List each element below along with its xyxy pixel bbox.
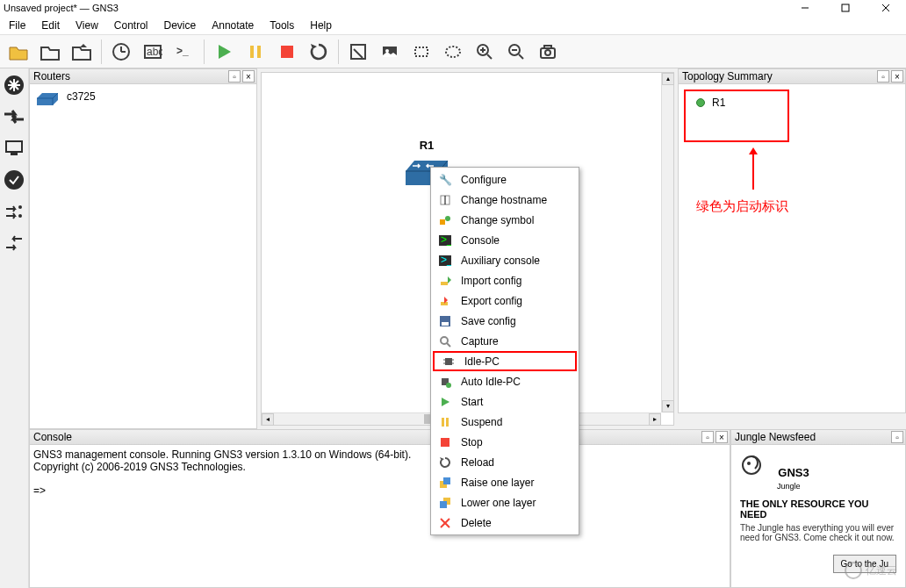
pause-icon: [438, 415, 452, 429]
canvas-vertical-scrollbar[interactable]: ▴ ▾: [661, 73, 673, 412]
menubar: File Edit View Control Device Annotate T…: [0, 16, 906, 35]
routers-panel-title: Routers: [33, 70, 70, 82]
new-project-button[interactable]: [4, 38, 33, 66]
svg-point-32: [18, 205, 22, 209]
chip-icon: [442, 355, 456, 369]
ctx-start[interactable]: Start: [431, 391, 579, 412]
routers-button[interactable]: [1, 72, 27, 98]
ctx-suspend[interactable]: Suspend: [431, 412, 579, 432]
ctx-save-config[interactable]: Save config: [431, 311, 579, 331]
svg-line-19: [487, 54, 492, 59]
ctx-delete[interactable]: Delete: [431, 513, 579, 533]
rectangle-button[interactable]: [406, 38, 436, 66]
router-icon: [35, 88, 60, 105]
close-button[interactable]: [866, 0, 906, 16]
ctx-raise-layer[interactable]: Raise one layer: [431, 472, 579, 492]
image-button[interactable]: [375, 38, 405, 66]
save-button[interactable]: [67, 38, 97, 66]
ctx-console[interactable]: >_Console: [431, 230, 579, 250]
ctx-lower-layer[interactable]: Lower one layer: [431, 492, 579, 513]
zoom-in-button[interactable]: [470, 38, 500, 66]
ctx-stop[interactable]: Stop: [431, 432, 579, 452]
svg-point-47: [441, 337, 448, 344]
console-prompt: =>: [33, 484, 726, 497]
topology-panel-header[interactable]: Topology Summary ▫ ×: [678, 68, 906, 84]
note-button[interactable]: [343, 38, 373, 66]
menu-edit[interactable]: Edit: [34, 18, 67, 33]
layer-up-icon: [438, 476, 452, 490]
annotation-arrow-icon: [744, 146, 762, 198]
console-output[interactable]: GNS3 management console. Running GNS3 ve…: [29, 445, 730, 588]
watermark: 亿速云: [845, 562, 897, 579]
jungle-panel-header[interactable]: Jungle Newsfeed ▫: [730, 429, 906, 445]
close-icon[interactable]: ×: [715, 431, 728, 443]
svg-rect-29: [6, 141, 22, 152]
stop-icon: [438, 435, 452, 449]
ctx-aux-console[interactable]: >_Auxiliary console: [431, 250, 579, 270]
console-panel-title: Console: [33, 431, 72, 443]
svg-rect-11: [257, 46, 261, 58]
add-link-button[interactable]: [1, 230, 27, 256]
jungle-body-text: The Jungle has everything you will ever …: [740, 523, 896, 542]
open-project-button[interactable]: [35, 38, 65, 66]
ctx-change-hostname[interactable]: Change hostname: [431, 190, 579, 210]
svg-rect-60: [443, 477, 450, 484]
svg-rect-10: [250, 46, 254, 58]
console-panel-header[interactable]: Console ▫ ×: [29, 429, 730, 445]
ctx-idle-pc[interactable]: Idle-PC: [433, 351, 577, 371]
ellipse-button[interactable]: [438, 38, 468, 66]
ctx-auto-idle-pc[interactable]: Auto Idle-PC: [431, 371, 579, 391]
svg-rect-46: [442, 322, 449, 326]
ctx-capture[interactable]: Capture: [431, 331, 579, 351]
menu-device[interactable]: Device: [157, 18, 204, 33]
menu-tools[interactable]: Tools: [262, 18, 301, 33]
svg-rect-27: [544, 46, 551, 48]
device-toolbar: [0, 68, 29, 588]
router-template-item[interactable]: c3725: [30, 84, 256, 109]
window-title: Unsaved project* — GNS3: [4, 3, 119, 13]
console-line: GNS3 management console. Running GNS3 ve…: [33, 448, 726, 461]
start-all-button[interactable]: [209, 38, 239, 66]
ctx-change-symbol[interactable]: Change symbol: [431, 210, 579, 230]
play-icon: [438, 395, 452, 409]
topology-item[interactable]: R1: [689, 95, 784, 111]
abc-button[interactable]: abc: [138, 38, 168, 66]
pause-all-button[interactable]: [241, 38, 270, 66]
reload-all-button[interactable]: [304, 38, 334, 66]
gns3-jungle-logo: GNS3 Jungle: [740, 454, 896, 491]
float-icon[interactable]: ▫: [877, 70, 889, 82]
security-devices-button[interactable]: [1, 167, 27, 193]
topology-item-name: R1: [712, 97, 725, 109]
all-devices-button[interactable]: [1, 198, 27, 225]
ctx-configure[interactable]: 🔧Configure: [431, 169, 579, 190]
menu-help[interactable]: Help: [303, 18, 339, 33]
ctx-export-config[interactable]: Export config: [431, 290, 579, 311]
minimize-button[interactable]: [785, 0, 825, 16]
stop-all-button[interactable]: [272, 38, 302, 66]
ctx-reload[interactable]: Reload: [431, 452, 579, 472]
zoom-out-button[interactable]: [501, 38, 531, 66]
svg-point-17: [446, 47, 460, 57]
menu-file[interactable]: File: [2, 18, 32, 33]
switches-button[interactable]: [1, 104, 27, 130]
close-icon[interactable]: ×: [891, 70, 903, 82]
screenshot-button[interactable]: [533, 38, 563, 66]
console-all-button[interactable]: >_: [169, 38, 199, 66]
svg-point-31: [4, 170, 24, 190]
float-icon[interactable]: ▫: [891, 431, 903, 443]
maximize-button[interactable]: [825, 0, 866, 16]
close-icon[interactable]: ×: [242, 70, 255, 82]
menu-control[interactable]: Control: [107, 18, 155, 33]
status-running-icon: [696, 98, 705, 107]
topology-summary-panel: Topology Summary ▫ × R1: [678, 68, 906, 413]
end-devices-button[interactable]: [1, 135, 27, 161]
menu-annotate[interactable]: Annotate: [205, 18, 261, 33]
toolbar: abc >_: [0, 35, 906, 68]
float-icon[interactable]: ▫: [701, 431, 714, 443]
menu-view[interactable]: View: [68, 18, 105, 33]
svg-text:abc: abc: [147, 46, 162, 58]
float-icon[interactable]: ▫: [228, 70, 241, 82]
routers-panel-header[interactable]: Routers ▫ ×: [29, 68, 257, 84]
ctx-import-config[interactable]: Import config: [431, 270, 579, 290]
clock-button[interactable]: [106, 38, 136, 66]
